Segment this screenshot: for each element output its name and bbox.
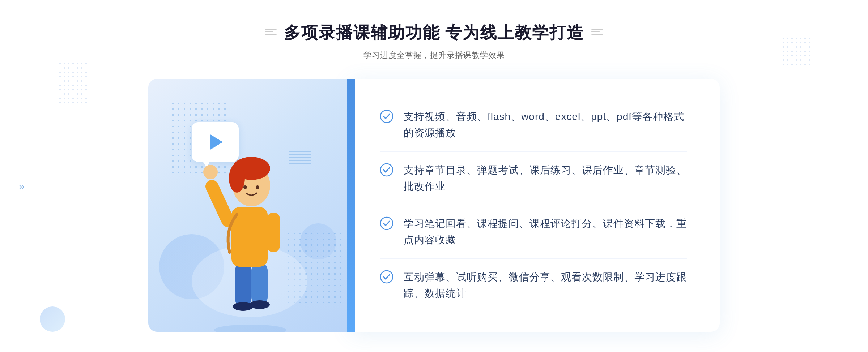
check-icon-1: [380, 110, 393, 123]
svg-point-12: [243, 185, 247, 189]
dots-decoration-right: [781, 36, 810, 65]
feature-text-4: 互动弹幕、试听购买、微信分享、观看次数限制、学习进度跟踪、数据统计: [404, 269, 687, 302]
features-panel: 支持视频、音频、flash、word、excel、ppt、pdf等各种格式的资源…: [351, 79, 720, 332]
page-container: » 多项录播课辅助功能 专为线上教学打造 学习进度全掌握，提升录播课教学效果: [0, 0, 868, 352]
dots-decoration-left: [58, 61, 87, 105]
svg-point-17: [380, 217, 393, 229]
svg-point-4: [250, 300, 270, 309]
svg-rect-1: [235, 263, 251, 306]
svg-point-18: [380, 271, 393, 283]
feature-text-3: 学习笔记回看、课程提问、课程评论打分、课件资料下载，重点内容收藏: [404, 216, 687, 248]
svg-point-11: [229, 164, 245, 193]
svg-point-7: [203, 165, 218, 179]
title-wrapper: 多项录播课辅助功能 专为线上教学打造: [265, 22, 603, 44]
sub-title: 学习进度全掌握，提升录播课教学效果: [265, 50, 603, 61]
feature-text-2: 支持章节目录、弹题考试、课后练习、课后作业、章节测验、批改作业: [404, 162, 687, 195]
check-icon-2: [380, 163, 393, 177]
svg-point-16: [380, 164, 393, 176]
blue-separator-bar: [347, 79, 355, 332]
feature-text-1: 支持视频、音频、flash、word、excel、ppt、pdf等各种格式的资源…: [404, 109, 687, 141]
chevron-decoration: »: [19, 181, 25, 192]
main-title: 多项录播课辅助功能 专为线上教学打造: [284, 22, 584, 44]
feature-item-1: 支持视频、音频、flash、word、excel、ppt、pdf等各种格式的资源…: [380, 99, 687, 152]
check-icon-3: [380, 216, 393, 230]
feature-item-4: 互动弹幕、试听购买、微信分享、观看次数限制、学习进度跟踪、数据统计: [380, 259, 687, 312]
check-icon-4: [380, 270, 393, 284]
content-area: 支持视频、音频、flash、word、excel、ppt、pdf等各种格式的资源…: [148, 79, 720, 332]
person-illustration: [181, 129, 318, 332]
svg-point-14: [214, 325, 286, 332]
svg-point-13: [256, 185, 259, 189]
svg-point-15: [380, 110, 393, 123]
header-section: 多项录播课辅助功能 专为线上教学打造 学习进度全掌握，提升录播课教学效果: [265, 22, 603, 61]
svg-rect-8: [267, 213, 280, 252]
feature-item-3: 学习笔记回看、课程提问、课程评论打分、课件资料下载，重点内容收藏: [380, 206, 687, 259]
svg-rect-2: [251, 263, 268, 305]
illustration-panel: [148, 79, 351, 332]
title-decorator-left: [265, 29, 277, 37]
title-decorator-right: [591, 29, 603, 37]
page-deco-circle: [40, 306, 65, 332]
feature-item-2: 支持章节目录、弹题考试、课后练习、课后作业、章节测验、批改作业: [380, 152, 687, 205]
